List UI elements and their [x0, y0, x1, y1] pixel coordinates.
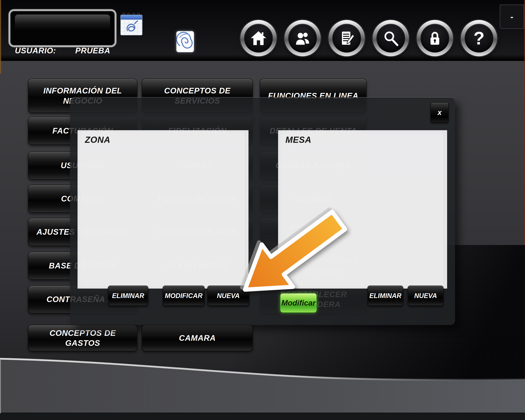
- mesa-modificar-button[interactable]: Modificar: [280, 293, 317, 313]
- mesa-list[interactable]: MESA: [278, 130, 447, 289]
- notes-icon: [332, 24, 361, 53]
- mesa-nueva-button[interactable]: NUEVA: [408, 286, 443, 306]
- notes-button[interactable]: [328, 20, 365, 56]
- users-button[interactable]: [284, 20, 321, 56]
- menu-camara[interactable]: CAMARA: [142, 325, 253, 351]
- app-window: USUARIO: PRUEBA: [0, 0, 525, 420]
- zona-nueva-button[interactable]: NUEVA: [207, 286, 249, 306]
- user-label: USUARIO:: [15, 46, 56, 55]
- minimize-button[interactable]: -: [500, 5, 524, 29]
- mesa-list-title: MESA: [285, 135, 311, 145]
- zona-list-border: [245, 131, 246, 288]
- status-display-panel: [9, 9, 116, 47]
- zona-list-title: ZONA: [85, 135, 110, 145]
- zona-mesa-dialog: x ZONA MESA ELIMINAR MODIFICAR NUEVA Mod…: [70, 97, 455, 325]
- calendar-icon[interactable]: [120, 13, 142, 35]
- user-value: PRUEBA: [75, 46, 110, 55]
- calendar-scribble: [121, 15, 142, 35]
- fingerprint-swirl: [176, 31, 194, 52]
- users-icon: [288, 24, 317, 53]
- menu-conceptos-de-gastos[interactable]: CONCEPTOS DE GASTOS: [28, 325, 137, 351]
- home-button[interactable]: [240, 20, 277, 56]
- mesa-list-border: [444, 131, 444, 288]
- search-button[interactable]: [373, 20, 409, 56]
- help-button[interactable]: ?: [461, 20, 497, 56]
- mesa-eliminar-button[interactable]: ELIMINAR: [367, 286, 403, 306]
- left-edge-accent: [0, 0, 1, 74]
- bottom-left-edge-highlight: [0, 359, 1, 413]
- zona-list[interactable]: ZONA: [77, 130, 249, 289]
- bottom-swoosh: [0, 350, 525, 420]
- display-gloss: [15, 15, 110, 31]
- help-icon: ?: [465, 24, 493, 53]
- lock-button[interactable]: [417, 20, 453, 56]
- close-button[interactable]: x: [431, 102, 449, 123]
- calendar-page: [120, 15, 142, 35]
- zona-eliminar-button[interactable]: ELIMINAR: [108, 286, 148, 306]
- lock-icon: [421, 24, 449, 53]
- bottom-band: [0, 413, 525, 420]
- search-icon: [376, 24, 405, 53]
- home-icon: [244, 24, 273, 53]
- zona-modificar-button[interactable]: MODIFICAR: [163, 286, 205, 306]
- fingerprint-icon[interactable]: [176, 31, 194, 52]
